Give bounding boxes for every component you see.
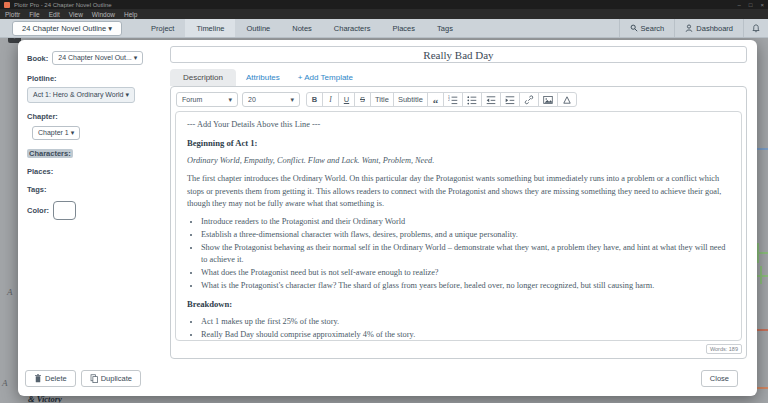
image-button[interactable] [538, 92, 558, 107]
scene-card-dialog: Book: 24 Chapter Novel Out... ▾ Plotline… [18, 40, 757, 396]
search-button[interactable]: Search [619, 19, 675, 37]
template-divider-line: --- Add Your Details Above this Line --- [187, 119, 730, 131]
clear-formatting-button[interactable] [557, 92, 577, 107]
content-heading: Beginning of Act 1: [187, 137, 730, 149]
card-title-input[interactable]: Really Bad Day [170, 46, 747, 63]
plotline-label: Plotline: [27, 74, 162, 83]
duplicate-label: Duplicate [101, 374, 132, 383]
maximize-icon[interactable]: □ [749, 2, 753, 8]
menu-edit[interactable]: Edit [49, 11, 60, 18]
close-button[interactable]: Close [701, 370, 738, 387]
rich-text-editor: Forum ▾ 20 ▾ B I U S Title Subtitle “ 12 [170, 86, 747, 359]
list-item: Act 1 makes up the first 25% of the stor… [201, 316, 730, 328]
editor-toolbar: Forum ▾ 20 ▾ B I U S Title Subtitle “ 12 [176, 92, 742, 107]
image-icon [543, 95, 553, 105]
title-style-button[interactable]: Title [370, 92, 394, 107]
numbered-list-icon: 12 [448, 95, 458, 105]
color-label: Color: [27, 206, 49, 215]
add-template-button[interactable]: + Add Template [290, 69, 361, 86]
book-label: Book: [27, 54, 48, 63]
book-select[interactable]: 24 Chapter Novel Out... ▾ [52, 51, 143, 65]
content-paragraph: The first chapter introduces the Ordinar… [187, 173, 730, 209]
blockquote-button[interactable]: “ [427, 92, 444, 107]
link-button[interactable] [519, 92, 539, 107]
subtitle-style-button[interactable]: Subtitle [393, 92, 428, 107]
list-item: Introduce readers to the Protagonist and… [201, 216, 730, 228]
delete-label: Delete [45, 374, 67, 383]
list-item: What is the Protagonist's character flaw… [201, 280, 730, 292]
outdent-icon [486, 95, 496, 105]
content-bullet-list: Introduce readers to the Protagonist and… [201, 216, 730, 292]
chevron-down-icon: ▾ [290, 96, 294, 104]
app-icon [4, 2, 10, 8]
card-main-column: Really Bad Day Description Attributes + … [168, 40, 757, 396]
notifications-button[interactable] [743, 19, 768, 37]
close-window-icon[interactable]: × [760, 2, 764, 8]
tab-tags[interactable]: Tags [426, 19, 464, 37]
svg-text:2: 2 [448, 98, 450, 102]
tab-attributes[interactable]: Attributes [238, 69, 288, 86]
bulleted-list-icon [467, 95, 477, 105]
chevron-down-icon: ▾ [228, 96, 232, 104]
search-label: Search [641, 24, 665, 33]
tab-notes[interactable]: Notes [281, 19, 323, 37]
delete-button[interactable]: Delete [25, 370, 76, 387]
strikethrough-button[interactable]: S [354, 92, 371, 107]
clear-formatting-icon [562, 95, 572, 105]
word-count-badge: Words: 189 [706, 344, 742, 354]
tab-outline[interactable]: Outline [235, 19, 281, 37]
window-titlebar: Plottr Pro - 24 Chapter Novel Outline – … [0, 0, 768, 9]
places-label[interactable]: Places: [27, 167, 162, 176]
tab-timeline[interactable]: Timeline [185, 19, 235, 37]
list-item: Really Bad Day should comprise approxima… [201, 329, 730, 341]
menu-bar: Plottr File Edit View Window Help [0, 9, 768, 19]
numbered-list-button[interactable]: 12 [443, 92, 463, 107]
bold-button[interactable]: B [306, 92, 323, 107]
book-selector-dropdown[interactable]: 24 Chapter Novel Outline ▾ [12, 21, 122, 36]
menu-window[interactable]: Window [92, 11, 115, 18]
font-family-select[interactable]: Forum ▾ [176, 92, 238, 107]
list-item: Establish a three-dimensional character … [201, 229, 730, 241]
outdent-button[interactable] [481, 92, 501, 107]
menu-help[interactable]: Help [124, 11, 137, 18]
menu-plottr[interactable]: Plottr [5, 11, 20, 18]
quote-icon: “ [433, 101, 439, 105]
menu-view[interactable]: View [69, 11, 83, 18]
duplicate-icon [90, 374, 98, 383]
tab-characters[interactable]: Characters [323, 19, 382, 37]
trash-icon [34, 374, 42, 383]
chapter-select[interactable]: Chapter 1 ▾ [32, 126, 80, 140]
tab-project[interactable]: Project [140, 19, 185, 37]
tags-label[interactable]: Tags: [27, 185, 162, 194]
dashboard-button[interactable]: Dashboard [674, 19, 743, 37]
bell-icon [752, 24, 760, 33]
minimize-icon[interactable]: – [738, 2, 741, 8]
editor-content[interactable]: --- Add Your Details Above this Line ---… [175, 111, 742, 341]
duplicate-button[interactable]: Duplicate [81, 370, 141, 387]
menu-file[interactable]: File [29, 11, 39, 18]
characters-label[interactable]: Characters: [27, 149, 73, 158]
italic-button[interactable]: I [322, 92, 339, 107]
indent-button[interactable] [500, 92, 520, 107]
link-icon [524, 95, 534, 105]
bulleted-list-button[interactable] [462, 92, 482, 107]
plotline-select[interactable]: Act 1: Hero & Ordinary World ▾ [27, 87, 135, 103]
card-tabs: Description Attributes + Add Template [170, 68, 747, 86]
tab-description[interactable]: Description [170, 69, 236, 86]
background-plotline-label: A [2, 378, 8, 388]
main-tab-bar: 24 Chapter Novel Outline ▾ Project Timel… [0, 19, 768, 38]
window-title: Plottr Pro - 24 Chapter Novel Outline [14, 2, 738, 8]
color-swatch[interactable] [53, 201, 76, 220]
content-bullet-list: Act 1 makes up the first 25% of the stor… [201, 316, 730, 341]
background-plotline-orange [757, 387, 768, 389]
list-item: What does the Protagonist need but is no… [201, 267, 730, 279]
chapter-label: Chapter: [27, 112, 162, 121]
font-size-value: 20 [248, 96, 256, 103]
tab-places[interactable]: Places [382, 19, 427, 37]
search-icon [630, 24, 638, 32]
underline-button[interactable]: U [338, 92, 355, 107]
list-item: Show the Protagonist behaving as their n… [201, 242, 730, 266]
dashboard-label: Dashboard [696, 24, 733, 33]
font-size-select[interactable]: 20 ▾ [242, 92, 300, 107]
user-icon [685, 24, 693, 32]
